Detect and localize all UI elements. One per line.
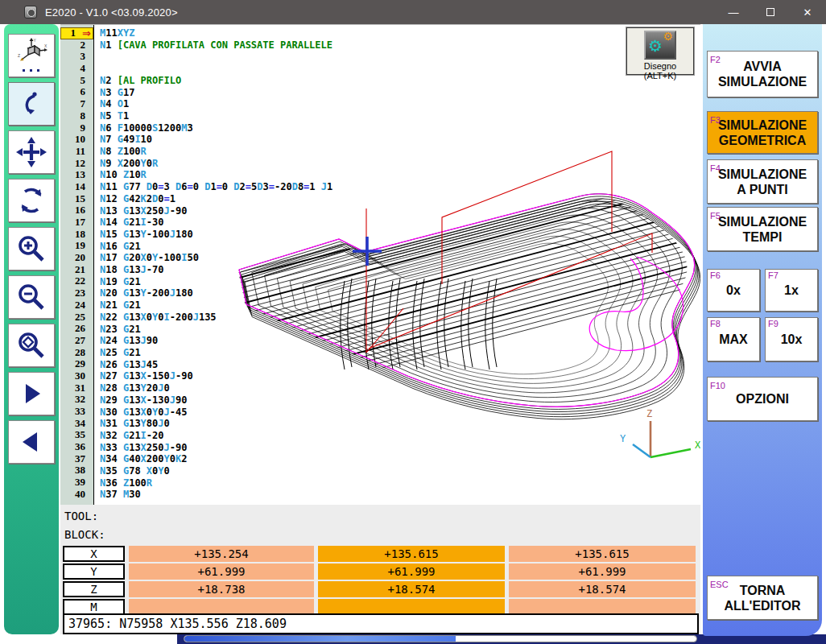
speed-button-f8[interactable]: F8MAX bbox=[707, 317, 760, 361]
zoom-fit-icon bbox=[15, 329, 47, 361]
line-number: 12 bbox=[60, 158, 93, 170]
app-window: E2020 - V1.0 <03.09.2020> — ✕ YXZ 1⇒2 bbox=[0, 0, 826, 644]
line-number: 29 bbox=[60, 358, 93, 370]
zoom-fit-button[interactable] bbox=[8, 324, 55, 367]
line-number: 19 bbox=[60, 240, 93, 252]
curve-tool-button[interactable] bbox=[8, 82, 55, 126]
play-back-icon bbox=[15, 426, 47, 458]
view-toolbar: YXZ bbox=[4, 24, 59, 634]
sidebar-button-f3[interactable]: F3SIMULAZIONE GEOMETRICA bbox=[707, 111, 818, 154]
line-number: 24 bbox=[60, 299, 93, 312]
block-label: BLOCK: bbox=[64, 528, 105, 541]
line-number: 11 bbox=[60, 146, 93, 158]
tool-label: TOOL: bbox=[64, 510, 98, 522]
speed-button-f6[interactable]: F60x bbox=[707, 269, 760, 312]
line-number: 3 bbox=[60, 51, 93, 63]
coord-value: +61.999 bbox=[318, 564, 505, 580]
toolpath-drawing[interactable]: ZYX bbox=[95, 25, 700, 506]
button-label: 1x bbox=[784, 283, 799, 298]
titlebar: E2020 - V1.0 <03.09.2020> — ✕ bbox=[0, 0, 826, 24]
step-forward-button[interactable] bbox=[8, 372, 55, 415]
rotate-button[interactable] bbox=[8, 179, 55, 222]
line-number: 25 bbox=[60, 312, 93, 324]
zoom-out-icon bbox=[15, 281, 47, 313]
button-label: MAX bbox=[719, 332, 748, 347]
fkey-label: F6 bbox=[710, 270, 721, 280]
axis-label: X bbox=[63, 546, 125, 562]
app-icon bbox=[24, 6, 37, 19]
coord-row-y: Y+61.999+61.999+61.999 bbox=[63, 564, 700, 580]
svg-text:Z: Z bbox=[646, 408, 652, 419]
line-number: 6 bbox=[60, 86, 93, 98]
line-number: 34 bbox=[60, 418, 93, 430]
line-number: 26 bbox=[60, 323, 93, 335]
coord-value: +18.738 bbox=[129, 581, 314, 597]
minimize-button[interactable]: — bbox=[715, 0, 752, 24]
line-number: 8 bbox=[60, 110, 93, 122]
line-number: 20 bbox=[60, 252, 93, 264]
line-number: 37 bbox=[60, 453, 93, 465]
line-number: 33 bbox=[60, 406, 93, 418]
speed-button-f9[interactable]: F910x bbox=[765, 317, 818, 361]
line-number: 30 bbox=[60, 370, 93, 382]
line-number: 40 bbox=[60, 489, 93, 501]
fkey-label: F2 bbox=[710, 52, 721, 68]
line-number: 17 bbox=[60, 217, 93, 229]
step-back-button[interactable] bbox=[8, 420, 55, 464]
esc-return-button[interactable]: ESCTORNA ALL'EDITOR bbox=[707, 576, 818, 620]
button-label: OPZIONI bbox=[736, 391, 789, 407]
pan-button[interactable] bbox=[8, 130, 55, 174]
current-line-arrow-icon: ⇒ bbox=[76, 28, 91, 39]
speed-row-2: F8MAXF910x bbox=[707, 317, 818, 361]
speed-row-1: F60xF71x bbox=[707, 269, 818, 312]
coord-row-x: X+135.254+135.615+135.615 bbox=[63, 546, 700, 562]
sidebar-button-f2[interactable]: F2AVVIA SIMULAZIONE bbox=[707, 51, 818, 97]
line-number: 36 bbox=[60, 441, 93, 453]
fkey-label: F3 bbox=[710, 113, 721, 128]
options-button-f10[interactable]: F10OPZIONI bbox=[707, 377, 818, 421]
svg-text:Z: Z bbox=[18, 53, 20, 58]
line-number: 10 bbox=[60, 134, 93, 146]
coord-row-z: Z+18.738+18.574+18.574 bbox=[63, 581, 700, 597]
line-number: 7 bbox=[60, 98, 93, 110]
zoom-out-button[interactable] bbox=[8, 275, 55, 319]
status-panel: TOOL: BLOCK: X+135.254+135.615+135.615Y+… bbox=[60, 505, 700, 634]
zoom-in-button[interactable] bbox=[8, 227, 55, 270]
speed-button-f7[interactable]: F71x bbox=[765, 269, 818, 312]
line-number: 15 bbox=[60, 193, 93, 205]
sidebar-button-f4[interactable]: F4SIMULAZIONE A PUNTI bbox=[707, 159, 818, 204]
current-line-marker: 1⇒ bbox=[60, 27, 93, 39]
line-number: 31 bbox=[60, 382, 93, 394]
line-number: 14 bbox=[60, 181, 93, 193]
button-label: SIMULAZIONE GEOMETRICA bbox=[718, 118, 807, 148]
fkey-label: F4 bbox=[710, 161, 721, 176]
coord-value: +61.999 bbox=[509, 564, 696, 580]
line-number: 16 bbox=[60, 204, 93, 217]
sidebar-button-f5[interactable]: F5SIMULAZIONE TEMPI bbox=[707, 207, 818, 251]
rotate-arrows-icon bbox=[15, 184, 47, 217]
disegno-button[interactable]: ⚙⚙ Disegno (ALT+K) bbox=[626, 27, 694, 75]
button-label: AVVIA SIMULAZIONE bbox=[718, 59, 807, 89]
line-number: 32 bbox=[60, 394, 93, 406]
maximize-button[interactable] bbox=[752, 0, 789, 24]
window-controls: — ✕ bbox=[715, 0, 826, 24]
line-number-gutter: 1⇒23456789101112131415161718192021222324… bbox=[60, 25, 94, 506]
button-label: SIMULAZIONE A PUNTI bbox=[718, 167, 807, 197]
axis-triad: ZYX bbox=[620, 408, 700, 457]
svg-text:Y: Y bbox=[34, 38, 37, 43]
button-label: 0x bbox=[726, 283, 741, 298]
editor-canvas: 1⇒23456789101112131415161718192021222324… bbox=[60, 24, 700, 505]
zoom-in-icon bbox=[15, 233, 47, 265]
line-number: 4 bbox=[60, 63, 93, 75]
axis-view-button[interactable]: YXZ bbox=[8, 34, 55, 77]
fkey-label: F9 bbox=[768, 319, 779, 328]
svg-text:Y: Y bbox=[620, 433, 626, 444]
coord-value bbox=[129, 599, 314, 615]
line-number: 18 bbox=[60, 229, 93, 241]
close-button[interactable]: ✕ bbox=[789, 0, 826, 24]
coord-value: +135.615 bbox=[318, 546, 505, 562]
line-number: 39 bbox=[60, 477, 93, 489]
curve-arrow-icon bbox=[15, 88, 47, 120]
pan-arrows-icon bbox=[15, 136, 47, 168]
window-title: E2020 - V1.0 <03.09.2020> bbox=[45, 6, 178, 19]
